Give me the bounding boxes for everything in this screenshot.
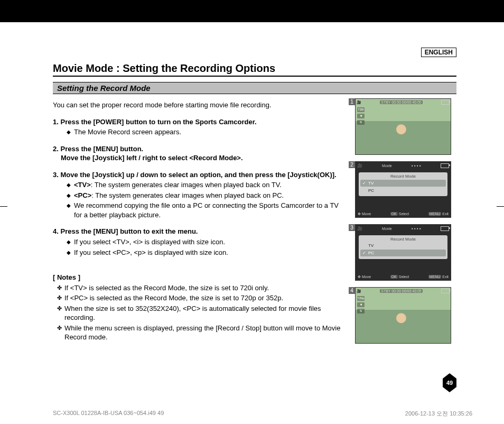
menu-pill: MENU (428, 212, 442, 216)
arrow-up-icon (443, 373, 456, 379)
note-item: If <TV> is selected as the Record Mode, … (57, 283, 346, 293)
step-heading: Press the [POWER] button to turn on the … (60, 118, 256, 126)
mode-icon: S (357, 120, 365, 125)
menu-option-tv: ✓TV (360, 180, 446, 187)
tab-icons: ▪ ▪ ▪ ▪ (412, 163, 421, 168)
mode-icon: S (357, 309, 365, 314)
step-3: 3. Move the [Joystick] up / down to sele… (53, 170, 346, 220)
hint-move: Move (362, 212, 371, 216)
battery-icon (441, 163, 449, 168)
page-title: Movie Mode : Setting the Recording Optio… (53, 62, 456, 77)
step-heading: Press the [MENU] button. (60, 145, 143, 153)
page-number: 49 (443, 379, 456, 387)
ok-pill: OK (390, 212, 398, 216)
camera-preview-image (356, 99, 451, 154)
menu-option-pc: ✓PC (360, 250, 446, 256)
hint-select: Select (399, 212, 409, 216)
hint-exit: Exit (442, 275, 449, 279)
top-black-bar (0, 0, 504, 22)
section-subtitle: Setting the Record Mode (53, 82, 456, 94)
step-number: 4. (53, 227, 59, 235)
footer-right: 2006-12-13 오전 10:35:26 (405, 410, 472, 418)
step-heading: Move the [Joystick] up / down to select … (60, 171, 336, 179)
battery-icon (441, 226, 449, 231)
crop-mark-right (497, 206, 504, 207)
tab-icons: ▪ ▪ ▪ ▪ (412, 226, 421, 231)
note-item: When the size is set to 352(352X240), <P… (57, 304, 346, 322)
screenshot-number: 4 (349, 287, 355, 294)
menu-option-tv: TV (359, 242, 447, 249)
step-heading: Press the [MENU] button to exit the menu… (60, 227, 198, 235)
menu-panel: Record Mode TV ✓PC (359, 235, 447, 259)
menu-title: Record Mode (359, 236, 447, 242)
step-4: 4. Press the [MENU] button to exit the m… (53, 227, 346, 257)
quality-icon: ★ (357, 114, 365, 118)
screenshots-column: 1 🎥 STBY 00:00:00/00:40:05 720i ★ S (355, 98, 456, 350)
menu-title: Record Mode (359, 173, 447, 179)
size-icon: 720p (357, 296, 365, 301)
screenshot-number: 3 (349, 224, 355, 231)
hint-select: Select (399, 275, 409, 279)
movie-icon: 🎥 (357, 163, 362, 168)
joystick-icon: ✥ (358, 275, 361, 279)
camera-preview-image (356, 288, 451, 343)
menu-pill: MENU (428, 275, 442, 279)
step-bullet: If you select <PC>, <p> is displayed wit… (67, 248, 346, 257)
size-icon: 720i (357, 107, 365, 112)
step-number: 1. (53, 118, 59, 126)
step-1: 1. Press the [POWER] button to turn on t… (53, 117, 346, 137)
step-heading: Move the [Joystick] left / right to sele… (61, 153, 243, 163)
movie-icon: 🎥 (357, 226, 362, 231)
stby-indicator: STBY 00:00:00/00:40:05 (380, 289, 423, 293)
arrow-down-icon (443, 387, 456, 392)
step-bullet: If you select <TV>, <i> is displayed wit… (67, 237, 346, 247)
menu-header: Movie (382, 227, 392, 231)
step-bullet: We recommend copying the file onto a PC … (67, 201, 346, 219)
page-content: ENGLISH Movie Mode : Setting the Recordi… (53, 48, 456, 408)
battery-icon (441, 289, 450, 293)
step-number: 2. (53, 145, 59, 153)
print-footer: SC-X300L 01228A-IB-USA 036~054.i49 49 20… (53, 410, 472, 418)
page-number-badge: 49 (443, 373, 456, 392)
hint-exit: Exit (442, 212, 449, 216)
screenshot-4: 4 🎥 STBY 00:00:00/00:40:05 720p ★ S (355, 287, 456, 344)
menu-option-pc: PC (359, 187, 447, 194)
step-bullet: The Movie Record screen appears. (67, 127, 346, 137)
language-label: ENGLISH (421, 48, 456, 57)
stby-indicator: STBY 00:00:00/00:40:05 (380, 100, 423, 104)
step-2: 2. Press the [MENU] button.Move the [Joy… (53, 144, 346, 163)
footer-left: SC-X300L 01228A-IB-USA 036~054.i49 49 (53, 410, 164, 418)
menu-header: Movie (382, 164, 392, 168)
hint-move: Move (362, 275, 371, 279)
body-text-column: You can set the proper record mode befor… (53, 98, 346, 350)
screenshot-number: 2 (349, 161, 355, 168)
screenshot-3: 3 🎥 Movie ▪ ▪ ▪ ▪ Record Mode TV ✓PC ✥ (355, 224, 456, 281)
note-item: While the menu screen is displayed, pres… (57, 324, 346, 342)
movie-icon: 🎥 (357, 289, 361, 293)
step-bullet: <TV>: The system generates clear images … (67, 180, 346, 190)
movie-icon: 🎥 (357, 100, 361, 105)
ok-pill: OK (390, 275, 398, 279)
menu-panel: Record Mode ✓TV PC (359, 172, 447, 196)
joystick-icon: ✥ (358, 212, 361, 216)
screenshot-number: 1 (349, 98, 355, 105)
quality-icon: ★ (357, 302, 365, 307)
screenshot-1: 1 🎥 STBY 00:00:00/00:40:05 720i ★ S (355, 98, 456, 155)
intro-text: You can set the proper record mode befor… (53, 100, 346, 110)
step-number: 3. (53, 171, 59, 179)
note-item: If <PC> is selected as the Record Mode, … (57, 293, 346, 303)
step-bullet: <PC>: The system generates clear images … (67, 191, 346, 200)
battery-icon (441, 100, 450, 105)
screenshot-2: 2 🎥 Movie ▪ ▪ ▪ ▪ Record Mode ✓TV PC ✥ (355, 161, 456, 218)
notes-heading: [ Notes ] (53, 273, 346, 282)
crop-mark-left (0, 206, 7, 207)
